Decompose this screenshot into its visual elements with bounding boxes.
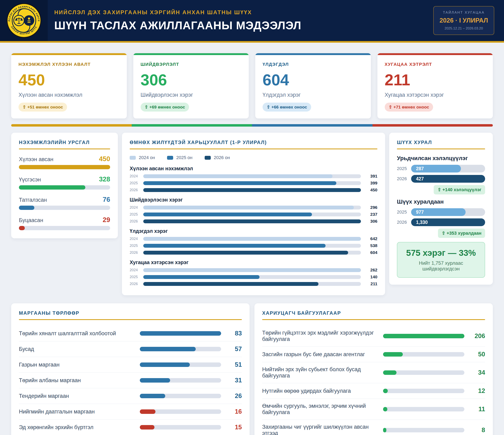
kpi-change-badge: ⇧ +51 өмнөх оноос: [18, 103, 67, 112]
bar-fill: [143, 213, 312, 216]
bar-value: 140: [364, 275, 377, 279]
resolution-summary-box: 575 хэрэг — 33% Нийт 1,757 хурлаас шийдв…: [397, 242, 485, 278]
item-value: 8: [470, 426, 485, 434]
item-value: 57: [227, 346, 242, 353]
badge-row: ⇧ +140 хэлэлцүүлэг: [397, 185, 485, 195]
comparison-row: 2025538: [130, 243, 377, 248]
group-title: Урьдчилсан хэлэлцүүлэг: [397, 155, 485, 161]
group-title: Үлдэгдэл хэрэг: [130, 228, 377, 234]
comparison-row: 2025140: [130, 275, 377, 279]
title-underline: [19, 149, 110, 149]
year-comparison-panel: ӨМНӨХ ЖИЛҮҮДТЭЙ ХАРЬЦУУЛАЛТ (1-Р УЛИРАЛ)…: [122, 133, 385, 295]
kpi-card-overdue: ХУГАЦАА ХЭТРЭЛТ 211 Хугацаа хэтэрсэн хэр…: [377, 53, 493, 118]
kpi-value: 211: [385, 72, 486, 88]
item-value: 31: [227, 377, 242, 384]
bar-fill: [140, 331, 221, 336]
bar-track: [19, 185, 110, 190]
list-item: Төрийн албаны маргаан31: [19, 373, 242, 388]
respondent-orgs-panel: ХАРИУЦАГЧ БАЙГУУЛАГААР Төрийн гүйцэтгэх …: [254, 303, 493, 435]
list-item: Засгийн газрын бус бие даасан агентлаг50: [262, 347, 485, 362]
chart-legend: 2024 он 2025 он 2026 он: [130, 155, 377, 160]
bar-track: [143, 275, 361, 279]
page-title: ШҮҮН ТАСЛАХ АЖИЛЛАГААНЫ МЭДЭЭЛЭЛ: [54, 19, 301, 32]
header-titles: НИЙСЛЭЛ ДЭХ ЗАХИРГААНЫ ХЭРГИЙН АНХАН ШАТ…: [54, 9, 301, 32]
bar-fill: [140, 394, 165, 398]
bar-fill: [143, 181, 336, 185]
kpi-change-badge: ⇧ +71 өмнөх оноос: [385, 103, 433, 112]
bar-fill: [143, 251, 348, 255]
flow-value: 450: [99, 155, 110, 163]
divider-red: [372, 124, 493, 127]
bar-fill: 1,330: [411, 218, 485, 226]
kpi-change-badge: ⇧ +69 өмнөх оноос: [141, 103, 189, 112]
bar-value: 642: [364, 236, 377, 241]
bar-fill: [19, 206, 34, 210]
title-underline: [262, 319, 485, 320]
kpi-accent-bar: [11, 53, 127, 55]
kpi-value: 604: [262, 72, 364, 88]
report-page: НИЙСЛЭЛ ДЭХ ЗАХИРГААНЫ ХЭРГИЙН АНХАН ШАТ…: [0, 0, 504, 435]
bar-fill: 977: [411, 208, 466, 216]
item-label: Засгийн газрын бус бие даасан агентлаг: [262, 351, 383, 358]
bar-track: [143, 237, 361, 241]
legend-chip: [167, 156, 173, 160]
header-subtitle: НИЙСЛЭЛ ДЭХ ЗАХИРГААНЫ ХЭРГИЙН АНХАН ШАТ…: [54, 9, 301, 16]
kpi-title: НЭХЭМЖЛЭЛ ХҮЛЭЭН АВАЛТ: [18, 62, 119, 67]
bar-fill: [143, 188, 361, 192]
divider-blue: [252, 124, 372, 127]
court-row: 2026 427: [397, 175, 485, 183]
bar-fill: [143, 219, 361, 223]
bar-value: 450: [364, 187, 377, 192]
comparison-row: 2026211: [130, 281, 377, 286]
bar-fill: [143, 275, 260, 279]
kpi-label: Хугацаа хэтэрсэн хэрэг: [385, 92, 486, 98]
bar-value: 538: [364, 243, 377, 248]
bar-value: 399: [364, 181, 377, 186]
list-item: Нийтийн эрх зүйн субьект болох бусад бай…: [262, 362, 485, 383]
bar-track: [140, 378, 221, 382]
kpi-accent-bar: [377, 53, 493, 55]
report-period-box: ТАЙЛАНТ ХУГАЦАА 2026 · I УЛИРАЛ 2025.12.…: [433, 6, 494, 35]
bar-track: [140, 409, 221, 414]
comparison-group-resolved: Шийдвэрлэсэн хэрэг 2024296 2025237 20263…: [130, 197, 377, 224]
kpi-card-remaining: ҮЛДЭГДЭЛ 604 Үлдэгдэл хэрэг ⇧ +66 өмнөх …: [255, 53, 371, 118]
item-label: Бусад: [19, 346, 140, 352]
court-row: 2025 287: [397, 165, 485, 172]
comparison-row: 2025399: [130, 181, 377, 186]
bar-track: [143, 244, 361, 248]
court-row: 2025 977: [397, 208, 485, 216]
item-value: 83: [227, 330, 242, 337]
bar-fill: [143, 206, 354, 209]
item-label: Газрын маргаан: [19, 362, 140, 368]
title-underline: [19, 319, 242, 320]
change-badge: ⇧ +140 хэлэлцүүлэг: [434, 185, 485, 195]
bar-track: [140, 363, 221, 367]
bar-track: [140, 394, 221, 398]
bar-fill: [140, 425, 154, 429]
kpi-label: Хүлээн авсан нэхэмжлэл: [18, 92, 119, 98]
item-value: 15: [227, 424, 242, 431]
divider-green: [132, 124, 252, 127]
list-item: Төрийн гүйцэтгэх эрх мэдлийг хэрэгжүүлдэ…: [262, 326, 485, 347]
item-value: 12: [470, 387, 485, 395]
bar-fill: [143, 268, 361, 272]
bar-fill: [383, 352, 403, 356]
claim-flow-panel: НЭХЭМЖЛЭЛИЙН УРСГАЛ Хүлээн авсан450 Үүсг…: [11, 133, 118, 238]
bar-value: 306: [364, 219, 377, 224]
bar-value: 287: [416, 166, 424, 171]
logo-band: НИЙСЛЭЛ ДЭХ ЗАХИРГААНЫ ХЭРГИЙН АНХАН ШАТ…: [0, 0, 48, 41]
legend-item-2025: 2025 он: [167, 155, 192, 160]
group-title: Шүүх хуралдаан: [397, 198, 485, 205]
period-range: 2025.12.21 – 2026.03.20: [436, 27, 492, 30]
bar-fill: [383, 370, 396, 375]
kpi-title: ХУГАЦАА ХЭТРЭЛТ: [385, 62, 486, 67]
comparison-row: 2026450: [130, 187, 377, 192]
bar-fill: [140, 409, 155, 414]
flow-label: Татгалзсан: [19, 197, 47, 203]
item-label: Тендерийн маргаан: [19, 393, 140, 399]
bar-track: [383, 428, 464, 432]
bar-value: 296: [364, 205, 377, 210]
kpi-card-resolved: ШИЙДВЭРЛЭЛТ 306 Шийдвэрлэсэн хэрэг ⇧ +69…: [133, 53, 249, 118]
panel-title: ХАРИУЦАГЧ БАЙГУУЛАГААР: [262, 310, 485, 316]
bar-track: [383, 334, 464, 338]
